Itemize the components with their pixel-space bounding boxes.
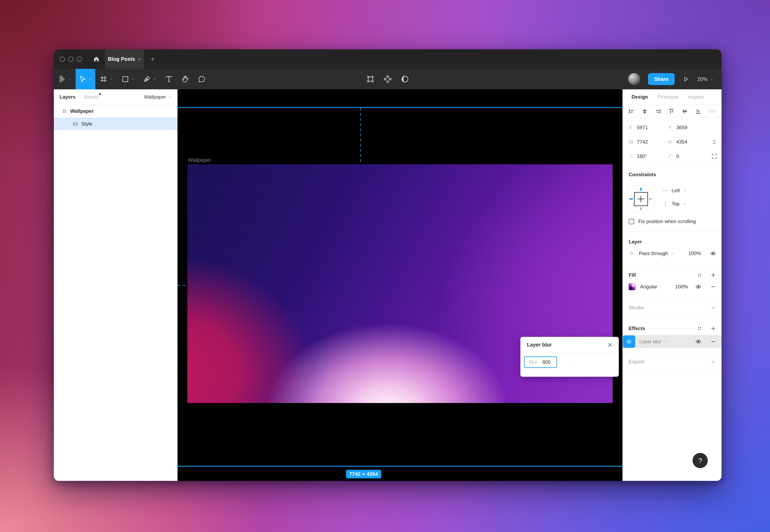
eye-icon[interactable]	[710, 250, 716, 257]
export-header: Export	[629, 359, 716, 365]
fill-row[interactable]: Angular 100%	[629, 283, 716, 290]
blur-input-value: 800	[543, 359, 550, 365]
vertical-constraint-select[interactable]: Top	[663, 201, 687, 207]
layer-row-style[interactable]: Style	[54, 117, 178, 130]
main-menu-button[interactable]	[54, 69, 76, 89]
add-effect-icon[interactable]	[710, 326, 716, 331]
move-tool-button[interactable]	[76, 69, 95, 89]
component-icon[interactable]	[383, 75, 392, 84]
constraint-top-tick[interactable]	[640, 188, 642, 191]
tab-blog-posts[interactable]: Blog Posts ×	[105, 49, 144, 69]
styles-icon[interactable]	[697, 326, 702, 331]
layer-blur-effect-chip[interactable]	[623, 335, 635, 348]
distribute-menu[interactable]	[708, 108, 716, 115]
canvas-frame-label[interactable]: Wallpaper	[188, 157, 211, 163]
fill-opacity-value[interactable]: 100%	[675, 284, 688, 290]
tab-design[interactable]: Design	[632, 94, 648, 100]
mask-icon[interactable]	[400, 75, 409, 84]
constrain-proportions-icon[interactable]	[711, 139, 717, 145]
add-fill-icon[interactable]	[710, 272, 716, 278]
effect-row-layer-blur[interactable]: Layer blur	[622, 335, 722, 348]
hand-tool-button[interactable]	[177, 69, 194, 89]
layer-name: Style	[81, 121, 92, 127]
text-tool-button[interactable]	[161, 69, 177, 89]
width-field[interactable]: W 7742	[629, 139, 668, 145]
x-field[interactable]: X 5971	[629, 125, 668, 130]
align-bottom-icon[interactable]	[695, 108, 702, 115]
avatar[interactable]	[628, 73, 640, 85]
corner-radius-value: 0	[676, 153, 679, 159]
align-right-icon[interactable]	[655, 108, 662, 115]
tab-prototype[interactable]: Prototype	[657, 94, 679, 100]
vertical-constraint-icon	[663, 201, 668, 207]
canvas[interactable]: Wallpaper 7742 × 4354 Layer blur Blur	[178, 89, 622, 481]
remove-fill-icon[interactable]	[710, 284, 716, 290]
rotation-value: 180°	[637, 153, 647, 159]
home-button[interactable]	[88, 49, 105, 69]
eye-icon[interactable]	[695, 339, 701, 345]
styles-icon[interactable]	[697, 272, 702, 278]
eye-icon[interactable]	[695, 284, 701, 290]
h-label: H	[668, 139, 676, 145]
close-window-button[interactable]	[60, 56, 65, 62]
add-stroke-icon[interactable]	[710, 305, 716, 311]
constraints-plus	[641, 196, 641, 202]
chevron-down-icon	[153, 77, 157, 81]
constraint-right-tick[interactable]	[649, 199, 652, 199]
rotation-field[interactable]: 180°	[629, 153, 668, 159]
align-vertical-center-icon[interactable]	[681, 108, 688, 115]
layers-panel: Layers Assets Wallpaper Wallpaper	[54, 89, 178, 481]
present-icon[interactable]	[682, 76, 689, 83]
tab-close-icon[interactable]: ×	[138, 56, 141, 62]
x-value: 5971	[637, 125, 648, 130]
home-icon	[93, 56, 100, 63]
layer-row-wallpaper[interactable]: Wallpaper	[54, 105, 178, 117]
constraints-widget[interactable]	[628, 186, 654, 212]
blend-mode-icon	[629, 251, 634, 256]
align-left-icon[interactable]	[628, 108, 635, 115]
tab-inspect[interactable]: Inspect	[688, 94, 704, 100]
independent-corners-icon[interactable]	[711, 153, 717, 159]
tab-layers[interactable]: Layers	[60, 94, 75, 100]
y-field[interactable]: Y 3659	[668, 125, 708, 130]
tab-assets[interactable]: Assets	[84, 94, 98, 100]
chevron-down-icon	[168, 95, 172, 99]
frame-tool-button[interactable]	[95, 69, 117, 89]
chevron-down-icon	[109, 77, 113, 81]
share-button[interactable]: Share	[648, 73, 674, 85]
fill-title: Fill	[629, 272, 636, 278]
close-icon[interactable]	[607, 342, 613, 348]
zoom-menu[interactable]: 20%	[697, 76, 714, 82]
zoom-window-button[interactable]	[77, 56, 82, 62]
minimize-window-button[interactable]	[68, 56, 74, 62]
new-tab-button[interactable]	[144, 49, 161, 69]
layer-blur-dialog: Layer blur Blur 800	[520, 337, 619, 377]
constraint-bottom-tick[interactable]	[641, 207, 641, 210]
stroke-section: Stroke	[622, 298, 722, 318]
help-button[interactable]: ?	[693, 453, 708, 468]
horizontal-constraint-select[interactable]: Left	[663, 188, 687, 193]
shape-tool-button[interactable]	[117, 69, 139, 89]
blur-input-label: Blur	[529, 359, 537, 365]
fix-position-row[interactable]: Fix position when scrolling	[629, 219, 696, 224]
remove-effect-icon[interactable]	[710, 339, 716, 344]
blend-mode-select[interactable]: Pass through	[639, 251, 668, 256]
hand-tool-icon	[181, 75, 189, 83]
pen-tool-button[interactable]	[139, 69, 161, 89]
align-horizontal-center-icon[interactable]	[641, 108, 648, 115]
fix-position-checkbox[interactable]	[629, 219, 634, 224]
gradient-swatch[interactable]	[629, 283, 636, 290]
height-field[interactable]: H 4354	[668, 139, 708, 145]
corner-radius-field[interactable]: 0	[668, 153, 708, 159]
edit-object-icon[interactable]	[366, 75, 375, 84]
y-value: 3659	[676, 125, 687, 130]
layer-opacity-value[interactable]: 100%	[688, 251, 701, 256]
comment-tool-button[interactable]	[194, 69, 210, 89]
align-top-icon[interactable]	[668, 108, 675, 115]
constraint-left-tick[interactable]	[629, 198, 633, 200]
add-export-icon[interactable]	[710, 359, 716, 365]
pen-tool-icon	[143, 75, 151, 83]
blur-input[interactable]: Blur 800	[524, 356, 557, 368]
page-selector[interactable]: Wallpaper	[144, 94, 172, 100]
stroke-header: Stroke	[629, 305, 716, 311]
